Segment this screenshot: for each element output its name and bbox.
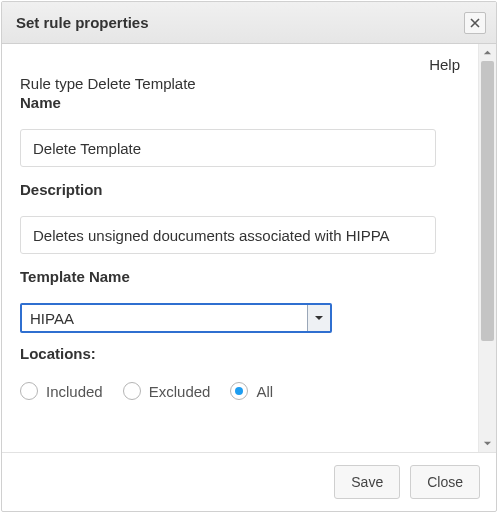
dialog-title: Set rule properties: [16, 14, 464, 31]
description-label: Description: [20, 181, 460, 198]
help-link[interactable]: Help: [20, 56, 460, 73]
name-input[interactable]: [20, 129, 436, 167]
vertical-scrollbar[interactable]: [478, 44, 496, 452]
dialog-titlebar: Set rule properties: [2, 2, 496, 44]
chevron-down-icon: [483, 439, 492, 448]
scroll-up-button[interactable]: [479, 44, 496, 61]
select-dropdown-button[interactable]: [307, 305, 330, 331]
dialog-content: Help Rule type Delete Template Name Desc…: [2, 44, 478, 452]
dialog-body: Help Rule type Delete Template Name Desc…: [2, 44, 496, 452]
name-label: Name: [20, 94, 460, 111]
radio-label: Included: [46, 383, 103, 400]
dialog-close-button[interactable]: [464, 12, 486, 34]
close-icon: [470, 18, 480, 28]
scroll-down-button[interactable]: [479, 435, 496, 452]
template-name-value: HIPAA: [22, 305, 307, 331]
chevron-down-icon: [314, 313, 324, 323]
radio-icon: [123, 382, 141, 400]
locations-radio-group: Included Excluded All: [20, 382, 460, 400]
radio-label: Excluded: [149, 383, 211, 400]
template-name-label: Template Name: [20, 268, 460, 285]
radio-icon: [230, 382, 248, 400]
scroll-thumb[interactable]: [481, 61, 494, 341]
radio-label: All: [256, 383, 273, 400]
locations-label: Locations:: [20, 345, 460, 362]
description-input[interactable]: [20, 216, 436, 254]
radio-excluded[interactable]: Excluded: [123, 382, 211, 400]
chevron-up-icon: [483, 48, 492, 57]
dialog: Set rule properties Help Rule type Delet…: [1, 1, 497, 512]
radio-all[interactable]: All: [230, 382, 273, 400]
radio-included[interactable]: Included: [20, 382, 103, 400]
template-name-select[interactable]: HIPAA: [20, 303, 332, 333]
close-button[interactable]: Close: [410, 465, 480, 499]
rule-type-line: Rule type Delete Template: [20, 75, 460, 92]
save-button[interactable]: Save: [334, 465, 400, 499]
dialog-footer: Save Close: [2, 452, 496, 511]
radio-icon: [20, 382, 38, 400]
